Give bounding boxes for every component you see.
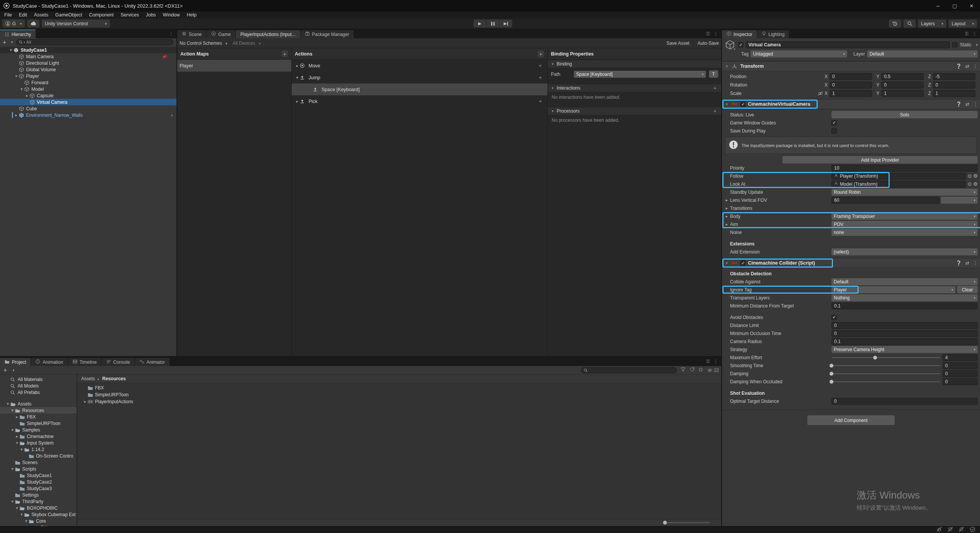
- project-tree-item-all-models[interactable]: All Models: [0, 383, 77, 389]
- panel-menu-icon[interactable]: ⋮: [972, 31, 977, 36]
- game-window-guides-checkbox[interactable]: ✓: [831, 120, 837, 126]
- look-at-object-field[interactable]: Model (Transform): [831, 181, 966, 188]
- help-icon[interactable]: ❔: [956, 64, 962, 69]
- menu-edit[interactable]: Edit: [15, 12, 31, 18]
- project-tree-item-boxophobic[interactable]: ▼BOXOPHOBIC: [0, 505, 77, 511]
- expander-icon[interactable]: ▼: [19, 513, 24, 517]
- gear-icon[interactable]: ⚙: [973, 173, 978, 179]
- add-action-button[interactable]: ＋: [537, 50, 544, 57]
- tab-lighting[interactable]: Lighting: [757, 30, 789, 38]
- action-space-keyboard[interactable]: Space [Keyboard]: [292, 83, 547, 95]
- distance-limit-field[interactable]: 0: [831, 322, 978, 329]
- slider-thumb[interactable]: [663, 521, 667, 525]
- tag-dropdown[interactable]: Untagged▾: [751, 51, 847, 57]
- action-move[interactable]: ►Move＋: [292, 60, 547, 72]
- cinemachine-collider-header[interactable]: ▾ ✓ Cinemachine Collider (Script) ❔⇄⋮: [722, 258, 980, 268]
- expander-icon[interactable]: ►: [15, 435, 20, 438]
- project-tree-item-samples[interactable]: ▼Samples: [0, 427, 77, 433]
- action-jump[interactable]: ▼Jump＋: [292, 72, 547, 83]
- lens-vertical-fov-field[interactable]: 60: [831, 197, 939, 204]
- gear-icon[interactable]: ⚙: [973, 181, 978, 187]
- slider-thumb[interactable]: [830, 380, 833, 384]
- tab-hierarchy[interactable]: Hierarchy: [0, 30, 36, 38]
- expander-icon[interactable]: ▼: [19, 448, 24, 451]
- project-search-input[interactable]: [581, 367, 677, 373]
- panel-lock-icon[interactable]: ⚿: [965, 31, 969, 36]
- project-tree-item-skybox-cubemap-ext[interactable]: ▼Skybox Cubemap Ext: [0, 511, 77, 518]
- close-button[interactable]: ✕: [963, 0, 980, 11]
- version-control-dropdown[interactable]: Unity Version Control▾: [42, 20, 110, 28]
- expander-icon[interactable]: ▼: [8, 48, 13, 52]
- expander-icon[interactable]: ▼: [14, 74, 19, 78]
- aim-dropdown[interactable]: POV▾: [831, 221, 978, 228]
- hierarchy-item-virtual-camera[interactable]: Virtual Camera: [0, 99, 176, 105]
- slider-thumb[interactable]: [830, 372, 833, 376]
- prefab-open-arrow[interactable]: ›: [171, 112, 173, 118]
- menu-file[interactable]: File: [1, 12, 15, 18]
- static-checkbox[interactable]: [952, 42, 957, 47]
- menu-assets[interactable]: Assets: [31, 12, 52, 18]
- optimal-target-distance-field[interactable]: 0: [831, 398, 978, 405]
- processors-foldout[interactable]: ▾Processors＋: [548, 107, 721, 115]
- project-tree-item-all-prefabs[interactable]: All Prefabs: [0, 389, 77, 396]
- preset-icon[interactable]: ⇄: [965, 64, 969, 69]
- expander-icon[interactable]: ▼: [15, 441, 20, 445]
- add-asset-button[interactable]: ＋: [2, 366, 8, 374]
- help-icon[interactable]: ❔: [956, 101, 962, 107]
- smoothing-time-slider[interactable]: [831, 362, 941, 369]
- gameobject-active-checkbox[interactable]: ✓: [738, 42, 743, 47]
- asset-playerinputactions[interactable]: ►PlayerInputActions: [77, 398, 721, 405]
- scale-y-field[interactable]: 1: [881, 90, 924, 97]
- tab-project[interactable]: Project: [0, 358, 31, 366]
- project-tree-item-settings[interactable]: Settings: [0, 492, 77, 498]
- add-asset-dropdown-icon[interactable]: ▾: [13, 368, 15, 372]
- cinemachine-virtual-camera-header[interactable]: ▾ ✓ CinemachineVirtualCamera ❔⇄⋮: [722, 99, 980, 109]
- tab-timeline[interactable]: Timeline: [68, 358, 101, 366]
- collide-against-dropdown[interactable]: Default▾: [831, 278, 978, 285]
- add-input-provider-button[interactable]: Add Input Provider: [782, 156, 978, 163]
- collab-disabled-icon[interactable]: [947, 526, 953, 533]
- gameobject-name-field[interactable]: Virtual Camera: [746, 41, 950, 48]
- search-button[interactable]: [903, 20, 916, 28]
- control-schemes-dropdown[interactable]: No Control Schemes ▾: [180, 41, 227, 46]
- foldout-arrow[interactable]: ►: [725, 222, 730, 226]
- noise-dropdown[interactable]: none▾: [831, 229, 978, 236]
- search-by-type-icon[interactable]: [681, 367, 686, 373]
- damping-slider[interactable]: [831, 370, 941, 377]
- rotation-y-field[interactable]: 0: [881, 82, 924, 88]
- position-y-field[interactable]: 0.5: [881, 73, 924, 80]
- favorite-search-icon[interactable]: [698, 367, 703, 373]
- tab-scene[interactable]: Scene: [177, 30, 206, 38]
- expander-icon[interactable]: ▼: [10, 409, 15, 412]
- clear-button[interactable]: Clear: [957, 286, 978, 293]
- panel-menu-icon[interactable]: ⋮: [714, 31, 718, 36]
- foldout-arrow[interactable]: ►: [725, 206, 730, 210]
- hierarchy-item-cube[interactable]: Cube: [0, 105, 176, 112]
- add-extension-dropdown[interactable]: (select)▾: [831, 249, 978, 255]
- tab-package-manager[interactable]: Package Manager: [301, 30, 354, 38]
- menu-component[interactable]: Component: [85, 12, 117, 18]
- undo-history-button[interactable]: [889, 20, 901, 28]
- path-dropdown[interactable]: Space [Keyboard]▾: [574, 71, 706, 78]
- maximum-effort-value-field[interactable]: 4: [942, 354, 978, 361]
- smoothing-time-value-field[interactable]: 0: [942, 362, 978, 369]
- menu-services[interactable]: Services: [117, 12, 142, 18]
- priority-field[interactable]: 10: [831, 165, 978, 172]
- solo-button[interactable]: Solo: [831, 111, 978, 118]
- asset-fbx[interactable]: FBX: [77, 384, 721, 391]
- add-component-button[interactable]: Add Component: [807, 415, 895, 425]
- project-tree-item-core[interactable]: ▼Core: [0, 518, 77, 524]
- add-gameobject-button[interactable]: ＋: [2, 39, 7, 46]
- expander-icon[interactable]: ▼: [10, 500, 15, 504]
- add-dropdown-icon[interactable]: ▾: [11, 40, 13, 44]
- expander-icon[interactable]: ►: [83, 400, 88, 404]
- action-map-player[interactable]: Player: [177, 60, 291, 72]
- static-dropdown-icon[interactable]: ▾: [976, 43, 978, 47]
- follow-object-field[interactable]: Player (Transform): [831, 173, 966, 180]
- object-picker-icon[interactable]: ⊙: [967, 173, 972, 179]
- slider-thumb[interactable]: [830, 364, 833, 368]
- project-tree-item-input-system[interactable]: ▼Input System: [0, 440, 77, 446]
- hierarchy-item-main-camera[interactable]: Main Camera: [0, 53, 176, 60]
- help-icon[interactable]: ❔: [956, 260, 962, 266]
- expander-icon[interactable]: ▼: [295, 76, 300, 80]
